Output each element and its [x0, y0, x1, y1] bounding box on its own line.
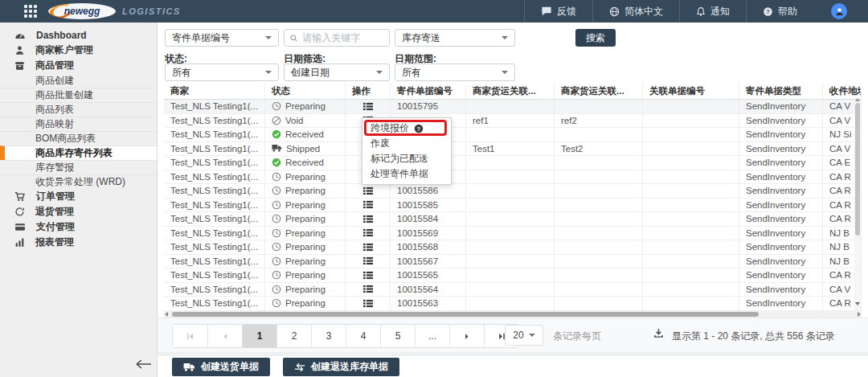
topbar-item-chat[interactable]: 反馈	[524, 0, 592, 23]
sidebar-item-商品创建[interactable]: 商品创建	[0, 73, 157, 88]
row-actions-icon[interactable]	[362, 270, 374, 281]
sidebar-item-商品管理[interactable]: 商品管理	[0, 58, 157, 73]
sidebar-nav: Dashboard商家帐户管理商品管理商品创建商品批量创建商品列表商品映射BOM…	[0, 23, 158, 377]
actions-cell	[346, 240, 391, 255]
create-delivery-button[interactable]: 创建送货单据	[172, 358, 270, 376]
scroll-left-arrow-icon[interactable]	[165, 312, 168, 317]
table-row[interactable]: Test_NLS Testing1(...Preparing10015587Se…	[164, 170, 862, 185]
topbar-menu: 反馈简体中文通知?帮助	[524, 0, 868, 23]
topbar-item-bell[interactable]: 通知	[679, 0, 746, 23]
sidebar-item-商品映射[interactable]: 商品映射	[0, 117, 157, 131]
menu-item-1[interactable]: 跨境报价?	[362, 121, 451, 136]
sidebar-item-商品库存寄件列表[interactable]: 商品库存寄件列表	[0, 145, 157, 160]
sidebar-item-label: 报表管理	[35, 236, 74, 249]
scroll-right-arrow-icon[interactable]	[858, 312, 861, 317]
table-row[interactable]: Test_NLS Testing1(...Preparing10015563Se…	[164, 297, 862, 311]
page-button-2[interactable]: 2	[276, 325, 311, 347]
topbar-item-help[interactable]: ?帮助	[746, 0, 813, 23]
next-page-button[interactable]	[449, 325, 484, 347]
sidebar-item-商品批量创建[interactable]: 商品批量创建	[0, 88, 157, 102]
download-icon[interactable]	[653, 328, 665, 342]
previous-page-button[interactable]	[207, 325, 242, 347]
per-page-select[interactable]: 20	[505, 325, 543, 346]
pg-prev	[220, 331, 230, 342]
scroll-down-arrow-icon[interactable]	[855, 302, 860, 305]
table-row[interactable]: Test_NLS Testing1(...ReceivedSendInvento…	[164, 128, 862, 142]
sidebar-item-dashboard[interactable]: Dashboard	[0, 27, 157, 43]
date-range-select[interactable]: 所有	[395, 64, 515, 81]
page-button-5[interactable]: 5	[380, 325, 415, 347]
shipment-type-select[interactable]: 库存寄送	[395, 29, 515, 47]
sidebar-item-订单管理[interactable]: 订单管理	[0, 189, 157, 204]
ref2-cell	[555, 156, 643, 170]
box-icon	[14, 61, 25, 71]
table-vertical-scrollbar[interactable]	[854, 100, 861, 310]
row-actions-icon[interactable]	[362, 199, 374, 210]
menu-item-4[interactable]: 处理寄件单据	[362, 166, 451, 182]
row-actions-icon[interactable]	[362, 214, 374, 224]
date-filter-select[interactable]: 创建日期	[284, 64, 390, 81]
type-cell: SendInventory	[739, 156, 823, 170]
ref1-cell: ref1	[466, 114, 555, 129]
table-row[interactable]: Test_NLS Testing1(...ShippedTest1Test2Se…	[164, 142, 862, 157]
page-button-4[interactable]: 4	[346, 325, 380, 347]
table-row[interactable]: Test_NLS Testing1(...Preparing10015795Se…	[164, 100, 862, 114]
ref1-cell	[466, 100, 555, 114]
sidebar-item-库存警报[interactable]: 库存警报	[0, 160, 157, 174]
svg-text:?: ?	[766, 8, 770, 15]
row-actions-icon[interactable]	[362, 256, 374, 266]
sidebar-item-退货管理[interactable]: 退货管理	[0, 204, 157, 219]
row-actions-icon[interactable]	[362, 101, 374, 112]
shipment_no-cell: 10015795	[391, 100, 466, 114]
sidebar-item-报表管理[interactable]: 报表管理	[0, 235, 157, 250]
search-button[interactable]: 搜索	[575, 29, 616, 47]
sidebar-item-商品列表[interactable]: 商品列表	[0, 102, 157, 117]
table-row[interactable]: Test_NLS Testing1(...Preparing10015564Se…	[164, 283, 862, 297]
exchange-icon	[294, 363, 305, 372]
table-row[interactable]: Test_NLS Testing1(...Preparing10015567Se…	[164, 255, 862, 269]
row-actions-icon[interactable]	[362, 298, 374, 309]
first-page-button[interactable]	[173, 325, 207, 347]
status-filter-select[interactable]: 所有	[165, 64, 279, 81]
top-bar: newegg LOGISTICS 反馈简体中文通知?帮助	[0, 0, 868, 23]
horizontal-scrollbar-thumb[interactable]	[172, 312, 759, 317]
chevron-down-icon	[529, 334, 535, 337]
table-row[interactable]: Test_NLS Testing1(...ReceivedSendInvento…	[164, 156, 862, 170]
sidebar-item-支付管理[interactable]: 支付管理	[0, 219, 157, 235]
table-row[interactable]: Test_NLS Testing1(...Preparing10015586Se…	[164, 184, 862, 199]
row-actions-icon[interactable]	[362, 242, 374, 252]
status-cell: Preparing	[265, 199, 346, 213]
app-grid-icon[interactable]	[24, 5, 37, 18]
topbar-item-globe[interactable]: 简体中文	[592, 0, 679, 23]
row-actions-icon[interactable]	[362, 284, 374, 294]
sidebar-item-label: 商品批量创建	[35, 88, 93, 102]
user-avatar[interactable]	[831, 3, 847, 19]
page-ellipsis[interactable]: ...	[415, 325, 449, 347]
menu-item-3[interactable]: 标记为已配送	[362, 151, 451, 166]
merchant-cell: Test_NLS Testing1(...	[164, 297, 265, 311]
merchant-cell: Test_NLS Testing1(...	[164, 184, 265, 199]
create-return-inventory-button[interactable]: 创建退送库存单据	[283, 358, 399, 376]
table-row[interactable]: Test_NLS Testing1(...Preparing10015568Se…	[164, 240, 862, 255]
table-row[interactable]: Test_NLS Testing1(...Preparing10015569Se…	[164, 227, 862, 241]
sidebar-item-收货异常处理--wrd-[interactable]: 收货异常处理 (WRD)	[0, 174, 157, 189]
page-button-3[interactable]: 3	[311, 325, 346, 347]
table-row[interactable]: Test_NLS Testing1(...Voidref1ref2SendInv…	[164, 114, 862, 129]
search-field-select[interactable]: 寄件单据编号	[165, 29, 279, 47]
sidebar-item-商家帐户管理[interactable]: 商家帐户管理	[0, 43, 157, 58]
table-horizontal-scrollbar[interactable]	[164, 311, 862, 318]
row-actions-icon[interactable]	[362, 227, 374, 238]
scroll-up-arrow-icon[interactable]	[855, 98, 860, 101]
table-row[interactable]: Test_NLS Testing1(...Preparing10015565Se…	[164, 268, 862, 283]
table-row[interactable]: Test_NLS Testing1(...Preparing10015584Se…	[164, 212, 862, 227]
column-header: 寄件单据编号	[391, 83, 466, 100]
vertical-scrollbar-thumb[interactable]	[855, 103, 860, 236]
keyword-input[interactable]	[302, 32, 384, 43]
sidebar-collapse-arrow-icon[interactable]	[135, 359, 153, 372]
row-actions-icon[interactable]	[362, 186, 374, 196]
page-button-1[interactable]: 1	[242, 325, 276, 347]
menu-item-2[interactable]: 作废	[362, 136, 451, 151]
sidebar-item-bom商品列表[interactable]: BOM商品列表	[0, 131, 157, 145]
table-row[interactable]: Test_NLS Testing1(...Preparing10015585Se…	[164, 199, 862, 213]
main-content: 寄件单据编号 库存寄送 搜索 状态: 日期筛选: 日期范围: 所有 创建日期 所…	[158, 23, 868, 377]
